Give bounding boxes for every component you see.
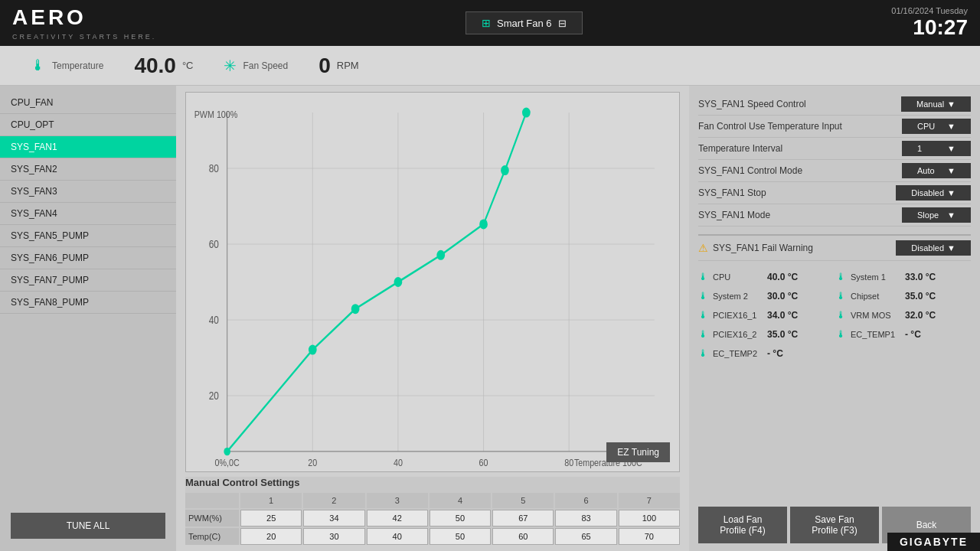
fail-warning-label: ⚠ SYS_FAN1 Fail Warning: [698, 242, 813, 254]
col-4: 4: [430, 493, 491, 508]
thermometer-icon: 🌡: [31, 57, 46, 74]
warning-icon: ⚠: [698, 242, 708, 254]
logo-sub: CREATIVITY STARTS HERE.: [12, 33, 156, 41]
svg-rect-0: [186, 93, 679, 471]
svg-point-23: [309, 345, 317, 355]
fan-list: CPU_FANCPU_OPTSYS_FAN1SYS_FAN2SYS_FAN3SY…: [0, 92, 176, 314]
temperature-display: 🌡 Temperature: [31, 57, 103, 74]
temp-1[interactable]: 20: [240, 528, 302, 545]
sensor-icon: 🌡: [698, 309, 708, 321]
smart-fan-icon-right: ⊟: [558, 18, 567, 29]
control-select-5[interactable]: Slope▼: [902, 207, 971, 223]
sensor-icon: 🌡: [836, 290, 846, 302]
sensor-row-right-2: 🌡 VRM MOS 32.0 °C: [836, 307, 971, 323]
sensor-grid: 🌡 CPU 40.0 °C🌡 System 1 33.0 °C🌡 System …: [698, 269, 971, 361]
sensor-row-right-1: 🌡 Chipset 35.0 °C: [836, 288, 971, 304]
fan-speed-value: 0: [318, 54, 331, 78]
fail-warning-value: Disabled: [911, 243, 944, 253]
pwm-4[interactable]: 50: [430, 510, 491, 527]
svg-text:20: 20: [209, 390, 219, 402]
col-7: 7: [619, 493, 680, 508]
pwm-7[interactable]: 100: [619, 510, 680, 527]
fan-item-cpu_opt[interactable]: CPU_OPT: [0, 114, 176, 136]
control-row-0: SYS_FAN1 Speed ControlManual▼: [698, 93, 971, 116]
svg-text:60: 60: [209, 238, 219, 250]
temp-6[interactable]: 65: [555, 528, 616, 545]
fan-speed-value-display: 0 RPM: [318, 54, 358, 78]
svg-text:80: 80: [564, 457, 573, 468]
manual-control-settings: Manual Control Settings 1 2 3 4 5 6 7 PW…: [185, 477, 680, 545]
pwm-label: PWM(%): [185, 510, 239, 527]
pwm-1[interactable]: 25: [240, 510, 302, 527]
svg-point-22: [224, 448, 230, 455]
save-profile-button[interactable]: Save Fan Profile (F3): [790, 507, 879, 543]
fan-item-cpu_fan[interactable]: CPU_FAN: [0, 92, 176, 114]
settings-table: 1 2 3 4 5 6 7 PWM(%) 25 34 42 50 67 83 1…: [185, 493, 680, 545]
pwm-5[interactable]: 67: [492, 510, 554, 527]
temperature-unit: °C: [182, 60, 194, 71]
fan-item-sys_fan6_pump[interactable]: SYS_FAN6_PUMP: [0, 247, 176, 269]
smart-fan-box[interactable]: ⊞ Smart Fan 6 ⊟: [466, 11, 583, 34]
sensor-row-left-3: 🌡 PCIEX16_2 35.0 °C: [698, 326, 833, 342]
fan-item-sys_fan8_pump[interactable]: SYS_FAN8_PUMP: [0, 292, 176, 314]
control-label-5: SYS_FAN1 Mode: [698, 210, 770, 220]
control-select-3[interactable]: Auto▼: [902, 163, 971, 178]
control-select-2[interactable]: 1▼: [902, 141, 971, 156]
temperature-value-display: 40.0 °C: [134, 54, 193, 78]
temperature-label: Temperature: [52, 60, 103, 71]
fan-speed-label: Fan Speed: [243, 60, 288, 71]
sensor-icon: 🌡: [698, 271, 708, 282]
fan-item-sys_fan4[interactable]: SYS_FAN4: [0, 203, 176, 225]
col-6: 6: [555, 493, 616, 508]
sensor-icon: 🌡: [836, 309, 846, 321]
fan-item-sys_fan2[interactable]: SYS_FAN2: [0, 158, 176, 181]
sensor-row-left-2: 🌡 PCIEX16_1 34.0 °C: [698, 307, 833, 323]
header-datetime: 01/16/2024 Tuesday 10:27: [891, 6, 968, 40]
sensor-row-right-3: 🌡 EC_TEMP1 - °C: [836, 326, 971, 342]
control-select-0[interactable]: Manual▼: [901, 96, 971, 112]
fan-item-sys_fan7_pump[interactable]: SYS_FAN7_PUMP: [0, 269, 176, 292]
svg-point-24: [351, 304, 360, 314]
sensor-row-right-0: 🌡 System 1 33.0 °C: [836, 269, 971, 285]
fail-warning-select[interactable]: Disabled ▼: [896, 240, 971, 256]
control-select-4[interactable]: Disabled▼: [896, 185, 971, 201]
svg-text:80: 80: [209, 162, 219, 174]
col-3: 3: [367, 493, 428, 508]
header: AERO CREATIVITY STARTS HERE. ⊞ Smart Fan…: [0, 0, 980, 46]
temperature-value: 40.0: [134, 54, 176, 78]
header-date: 01/16/2024 Tuesday: [891, 6, 968, 15]
temp-7[interactable]: 70: [619, 528, 680, 545]
smart-fan-label: Smart Fan 6: [497, 18, 552, 29]
empty-header: [185, 493, 239, 508]
fail-warning-section: ⚠ SYS_FAN1 Fail Warning Disabled ▼: [698, 234, 971, 261]
main-content: CPU_FANCPU_OPTSYS_FAN1SYS_FAN2SYS_FAN3SY…: [0, 86, 980, 551]
sensor-row-left-0: 🌡 CPU 40.0 °C: [698, 269, 833, 285]
col-5: 5: [492, 493, 554, 508]
temp-4[interactable]: 50: [430, 528, 491, 545]
pwm-2[interactable]: 34: [303, 510, 364, 527]
fan-item-sys_fan1[interactable]: SYS_FAN1: [0, 136, 176, 158]
header-time: 10:27: [891, 15, 968, 40]
fan-curve-chart: 20 40 60 80 PWM 100% 0%,0C 20 40 60 80 T…: [186, 93, 679, 471]
smart-fan-selector[interactable]: ⊞ Smart Fan 6 ⊟: [466, 11, 583, 34]
load-profile-button[interactable]: Load Fan Profile (F4): [698, 507, 787, 543]
svg-point-26: [436, 250, 445, 260]
temp-2[interactable]: 30: [303, 528, 364, 545]
tune-all-button[interactable]: TUNE ALL: [11, 513, 165, 539]
ez-tuning-button[interactable]: EZ Tuning: [606, 442, 670, 462]
logo: AERO CREATIVITY STARTS HERE.: [12, 5, 156, 41]
control-select-1[interactable]: CPU▼: [902, 119, 971, 134]
svg-text:40: 40: [209, 314, 219, 326]
control-label-4: SYS_FAN1 Stop: [698, 187, 766, 198]
svg-point-29: [522, 108, 531, 118]
fan-item-sys_fan5_pump[interactable]: SYS_FAN5_PUMP: [0, 225, 176, 247]
chart-container: 20 40 60 80 PWM 100% 0%,0C 20 40 60 80 T…: [185, 92, 680, 472]
pwm-6[interactable]: 83: [555, 510, 616, 527]
temp-3[interactable]: 40: [367, 528, 428, 545]
sensor-row-left-1: 🌡 System 2 30.0 °C: [698, 288, 833, 304]
temp-5[interactable]: 60: [492, 528, 554, 545]
pwm-3[interactable]: 42: [367, 510, 428, 527]
svg-text:PWM 100%: PWM 100%: [194, 109, 238, 120]
footer: GIGABYTE: [887, 533, 980, 551]
fan-item-sys_fan3[interactable]: SYS_FAN3: [0, 181, 176, 203]
